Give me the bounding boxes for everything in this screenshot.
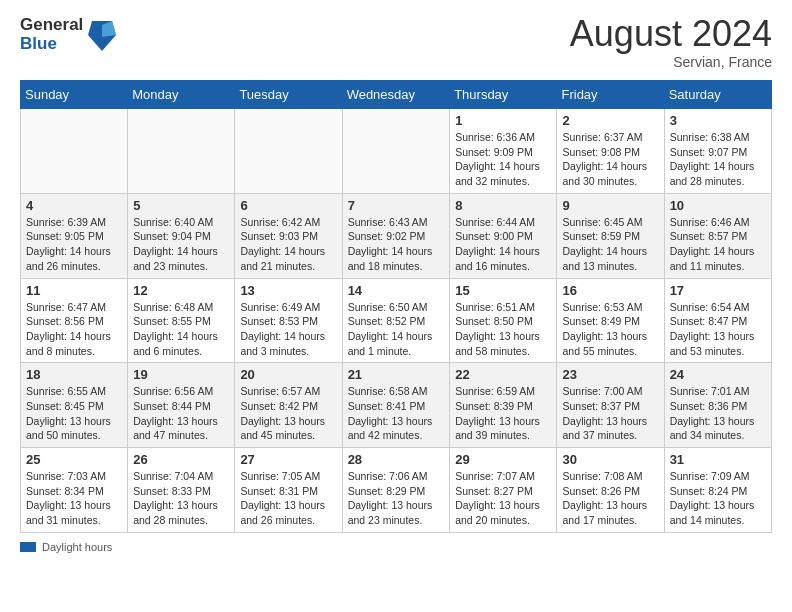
day-number: 2 (562, 113, 658, 128)
weekday-header-friday: Friday (557, 81, 664, 109)
calendar-day-cell: 16Sunrise: 6:53 AMSunset: 8:49 PMDayligh… (557, 278, 664, 363)
day-number: 29 (455, 452, 551, 467)
calendar-day-cell: 10Sunrise: 6:46 AMSunset: 8:57 PMDayligh… (664, 193, 771, 278)
day-info: Sunrise: 7:07 AMSunset: 8:27 PMDaylight:… (455, 469, 551, 528)
location-subtitle: Servian, France (570, 54, 772, 70)
day-info: Sunrise: 6:53 AMSunset: 8:49 PMDaylight:… (562, 300, 658, 359)
legend-bar-icon (20, 542, 36, 552)
day-number: 17 (670, 283, 766, 298)
calendar-day-cell: 17Sunrise: 6:54 AMSunset: 8:47 PMDayligh… (664, 278, 771, 363)
calendar-day-cell: 29Sunrise: 7:07 AMSunset: 8:27 PMDayligh… (450, 448, 557, 533)
weekday-header-tuesday: Tuesday (235, 81, 342, 109)
weekday-header-wednesday: Wednesday (342, 81, 450, 109)
calendar-week-3: 11Sunrise: 6:47 AMSunset: 8:56 PMDayligh… (21, 278, 772, 363)
legend-label: Daylight hours (42, 541, 112, 553)
day-info: Sunrise: 6:57 AMSunset: 8:42 PMDaylight:… (240, 384, 336, 443)
day-number: 5 (133, 198, 229, 213)
logo: General Blue (20, 16, 118, 53)
weekday-header-saturday: Saturday (664, 81, 771, 109)
calendar-day-cell: 9Sunrise: 6:45 AMSunset: 8:59 PMDaylight… (557, 193, 664, 278)
calendar-day-cell: 6Sunrise: 6:42 AMSunset: 9:03 PMDaylight… (235, 193, 342, 278)
calendar-day-cell: 20Sunrise: 6:57 AMSunset: 8:42 PMDayligh… (235, 363, 342, 448)
logo-blue-text: Blue (20, 35, 83, 54)
day-info: Sunrise: 7:04 AMSunset: 8:33 PMDaylight:… (133, 469, 229, 528)
day-number: 16 (562, 283, 658, 298)
calendar-day-cell (342, 109, 450, 194)
day-info: Sunrise: 6:47 AMSunset: 8:56 PMDaylight:… (26, 300, 122, 359)
calendar-day-cell: 26Sunrise: 7:04 AMSunset: 8:33 PMDayligh… (128, 448, 235, 533)
calendar-day-cell: 23Sunrise: 7:00 AMSunset: 8:37 PMDayligh… (557, 363, 664, 448)
calendar-day-cell: 28Sunrise: 7:06 AMSunset: 8:29 PMDayligh… (342, 448, 450, 533)
day-info: Sunrise: 6:45 AMSunset: 8:59 PMDaylight:… (562, 215, 658, 274)
calendar-day-cell: 1Sunrise: 6:36 AMSunset: 9:09 PMDaylight… (450, 109, 557, 194)
calendar-table: SundayMondayTuesdayWednesdayThursdayFrid… (20, 80, 772, 533)
day-number: 19 (133, 367, 229, 382)
calendar-day-cell (235, 109, 342, 194)
calendar-day-cell: 3Sunrise: 6:38 AMSunset: 9:07 PMDaylight… (664, 109, 771, 194)
day-info: Sunrise: 7:08 AMSunset: 8:26 PMDaylight:… (562, 469, 658, 528)
month-year-title: August 2024 (570, 16, 772, 52)
page-header: General Blue August 2024 Servian, France (20, 16, 772, 70)
day-number: 28 (348, 452, 445, 467)
calendar-day-cell: 2Sunrise: 6:37 AMSunset: 9:08 PMDaylight… (557, 109, 664, 194)
calendar-day-cell: 11Sunrise: 6:47 AMSunset: 8:56 PMDayligh… (21, 278, 128, 363)
day-number: 11 (26, 283, 122, 298)
weekday-header-monday: Monday (128, 81, 235, 109)
calendar-week-1: 1Sunrise: 6:36 AMSunset: 9:09 PMDaylight… (21, 109, 772, 194)
day-number: 26 (133, 452, 229, 467)
title-block: August 2024 Servian, France (570, 16, 772, 70)
calendar-day-cell: 22Sunrise: 6:59 AMSunset: 8:39 PMDayligh… (450, 363, 557, 448)
day-number: 7 (348, 198, 445, 213)
calendar-day-cell: 27Sunrise: 7:05 AMSunset: 8:31 PMDayligh… (235, 448, 342, 533)
day-number: 23 (562, 367, 658, 382)
calendar-week-5: 25Sunrise: 7:03 AMSunset: 8:34 PMDayligh… (21, 448, 772, 533)
weekday-header-row: SundayMondayTuesdayWednesdayThursdayFrid… (21, 81, 772, 109)
day-number: 18 (26, 367, 122, 382)
day-info: Sunrise: 6:36 AMSunset: 9:09 PMDaylight:… (455, 130, 551, 189)
calendar-day-cell: 30Sunrise: 7:08 AMSunset: 8:26 PMDayligh… (557, 448, 664, 533)
day-info: Sunrise: 6:38 AMSunset: 9:07 PMDaylight:… (670, 130, 766, 189)
calendar-week-4: 18Sunrise: 6:55 AMSunset: 8:45 PMDayligh… (21, 363, 772, 448)
calendar-day-cell: 21Sunrise: 6:58 AMSunset: 8:41 PMDayligh… (342, 363, 450, 448)
calendar-day-cell: 14Sunrise: 6:50 AMSunset: 8:52 PMDayligh… (342, 278, 450, 363)
day-number: 14 (348, 283, 445, 298)
calendar-day-cell: 31Sunrise: 7:09 AMSunset: 8:24 PMDayligh… (664, 448, 771, 533)
logo-icon (86, 17, 118, 53)
day-number: 22 (455, 367, 551, 382)
day-number: 13 (240, 283, 336, 298)
calendar-day-cell: 12Sunrise: 6:48 AMSunset: 8:55 PMDayligh… (128, 278, 235, 363)
calendar-week-2: 4Sunrise: 6:39 AMSunset: 9:05 PMDaylight… (21, 193, 772, 278)
day-number: 15 (455, 283, 551, 298)
day-info: Sunrise: 7:09 AMSunset: 8:24 PMDaylight:… (670, 469, 766, 528)
logo-general-text: General (20, 16, 83, 35)
day-info: Sunrise: 6:39 AMSunset: 9:05 PMDaylight:… (26, 215, 122, 274)
calendar-day-cell: 13Sunrise: 6:49 AMSunset: 8:53 PMDayligh… (235, 278, 342, 363)
calendar-day-cell: 19Sunrise: 6:56 AMSunset: 8:44 PMDayligh… (128, 363, 235, 448)
calendar-day-cell: 7Sunrise: 6:43 AMSunset: 9:02 PMDaylight… (342, 193, 450, 278)
day-info: Sunrise: 7:05 AMSunset: 8:31 PMDaylight:… (240, 469, 336, 528)
footer-legend: Daylight hours (20, 541, 772, 553)
day-info: Sunrise: 6:43 AMSunset: 9:02 PMDaylight:… (348, 215, 445, 274)
day-info: Sunrise: 6:56 AMSunset: 8:44 PMDaylight:… (133, 384, 229, 443)
day-number: 9 (562, 198, 658, 213)
day-info: Sunrise: 6:44 AMSunset: 9:00 PMDaylight:… (455, 215, 551, 274)
calendar-day-cell: 24Sunrise: 7:01 AMSunset: 8:36 PMDayligh… (664, 363, 771, 448)
day-info: Sunrise: 7:06 AMSunset: 8:29 PMDaylight:… (348, 469, 445, 528)
day-number: 31 (670, 452, 766, 467)
calendar-day-cell: 4Sunrise: 6:39 AMSunset: 9:05 PMDaylight… (21, 193, 128, 278)
day-info: Sunrise: 6:46 AMSunset: 8:57 PMDaylight:… (670, 215, 766, 274)
day-info: Sunrise: 6:40 AMSunset: 9:04 PMDaylight:… (133, 215, 229, 274)
day-info: Sunrise: 6:58 AMSunset: 8:41 PMDaylight:… (348, 384, 445, 443)
weekday-header-thursday: Thursday (450, 81, 557, 109)
calendar-day-cell (128, 109, 235, 194)
day-number: 20 (240, 367, 336, 382)
day-info: Sunrise: 6:59 AMSunset: 8:39 PMDaylight:… (455, 384, 551, 443)
day-number: 27 (240, 452, 336, 467)
day-number: 4 (26, 198, 122, 213)
day-info: Sunrise: 6:54 AMSunset: 8:47 PMDaylight:… (670, 300, 766, 359)
day-number: 21 (348, 367, 445, 382)
day-info: Sunrise: 6:37 AMSunset: 9:08 PMDaylight:… (562, 130, 658, 189)
day-info: Sunrise: 6:49 AMSunset: 8:53 PMDaylight:… (240, 300, 336, 359)
day-info: Sunrise: 6:55 AMSunset: 8:45 PMDaylight:… (26, 384, 122, 443)
calendar-day-cell: 18Sunrise: 6:55 AMSunset: 8:45 PMDayligh… (21, 363, 128, 448)
